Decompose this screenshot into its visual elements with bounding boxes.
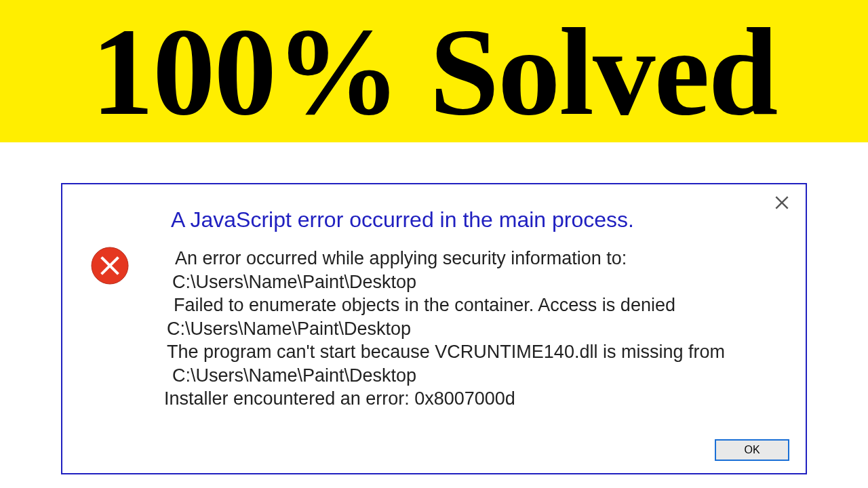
ok-button[interactable]: OK [715, 439, 789, 461]
error-dialog: A JavaScript error occurred in the main … [61, 183, 807, 474]
banner: 100% Solved [0, 0, 868, 142]
msg-line-1: An error occurred while applying securit… [175, 247, 788, 270]
msg-line-7: Installer encountered an error: 0x800700… [164, 387, 788, 411]
close-icon [773, 194, 791, 214]
banner-text: 100% Solved [91, 9, 776, 134]
error-icon [91, 247, 129, 285]
ok-button-label: OK [744, 444, 760, 456]
msg-line-5: The program can't start because VCRUNTIM… [167, 340, 788, 364]
error-message: An error occurred while applying securit… [164, 247, 788, 411]
msg-line-3: Failed to enumerate objects in the conta… [174, 293, 788, 317]
close-button[interactable] [770, 192, 793, 216]
msg-line-2: C:\Users\Name\Paint\Desktop [172, 270, 788, 294]
msg-line-6: C:\Users\Name\Paint\Desktop [172, 364, 788, 388]
msg-line-4: C:\Users\Name\Paint\Desktop [167, 317, 788, 341]
dialog-title: A JavaScript error occurred in the main … [171, 207, 634, 232]
